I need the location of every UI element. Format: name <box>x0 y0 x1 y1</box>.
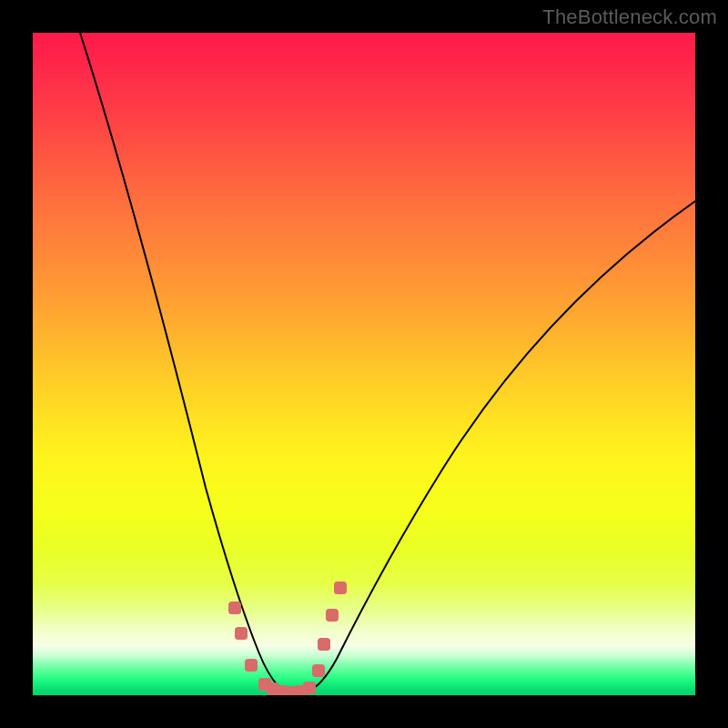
curve-marker <box>235 627 248 640</box>
curve-marker <box>245 659 258 672</box>
curve-marker <box>326 609 339 622</box>
curve-marker <box>318 638 330 651</box>
plot-area <box>33 33 695 695</box>
curve-marker <box>334 581 347 594</box>
chart-svg <box>33 33 695 695</box>
curve-marker <box>312 664 325 677</box>
bottleneck-curve <box>80 33 695 693</box>
marker-group <box>228 581 347 695</box>
watermark-text: TheBottleneck.com <box>542 5 717 29</box>
curve-marker <box>303 682 316 694</box>
curve-marker <box>228 602 241 614</box>
